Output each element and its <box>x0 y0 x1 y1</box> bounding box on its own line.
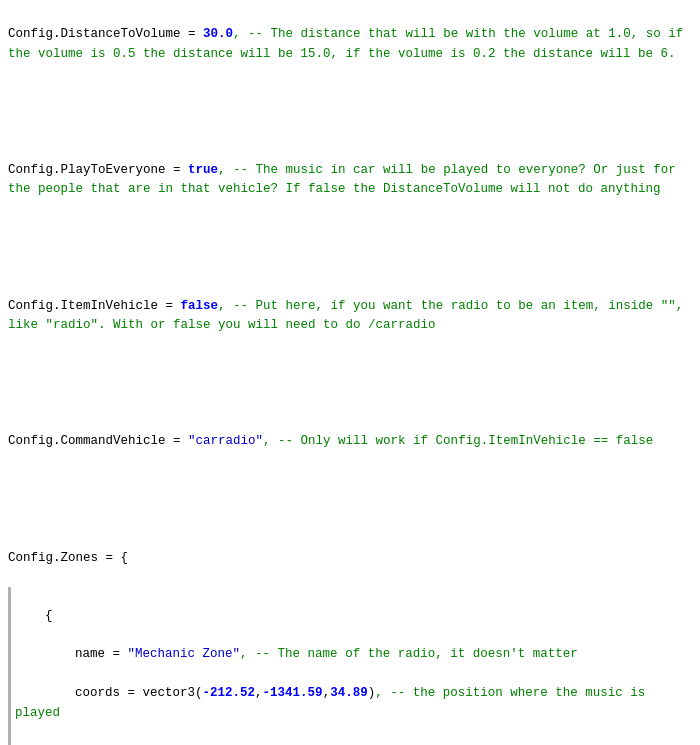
line-1: Config.DistanceToVolume = 30.0, -- The d… <box>8 25 692 64</box>
line-blank-1 <box>8 103 692 122</box>
line-2: Config.PlayToEveryone = true, -- The mus… <box>8 161 692 200</box>
line-4: Config.CommandVehicle = "carradio", -- O… <box>8 432 692 451</box>
line-3: Config.ItemInVehicle = false, -- Put her… <box>8 297 692 336</box>
line-blank-3 <box>8 374 692 393</box>
code-display: Config.DistanceToVolume = 30.0, -- The d… <box>0 0 700 745</box>
line-7: name = "Mechanic Zone", -- The name of t… <box>15 645 692 664</box>
line-blank-4 <box>8 490 692 509</box>
line-5: Config.Zones = { <box>8 549 692 568</box>
zones-block: { name = "Mechanic Zone", -- The name of… <box>8 587 692 745</box>
line-8: coords = vector3(-212.52,-1341.59,34.89)… <box>15 684 692 723</box>
line-6: { <box>15 607 692 626</box>
line-blank-2 <box>8 239 692 258</box>
